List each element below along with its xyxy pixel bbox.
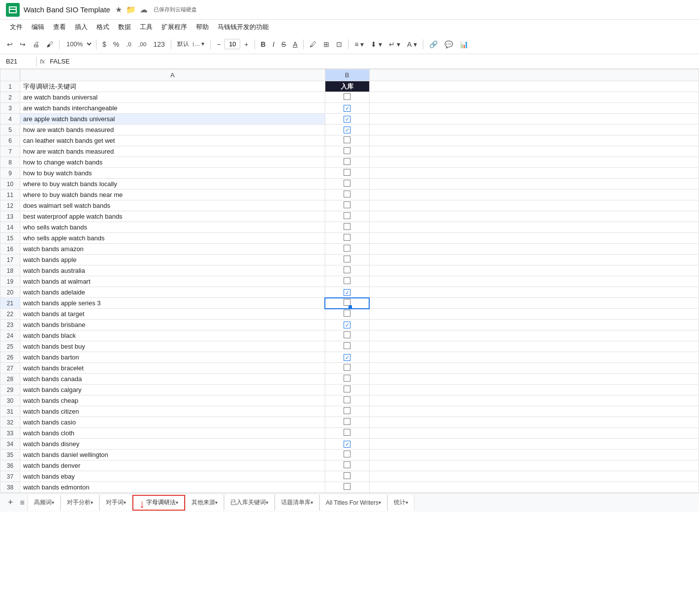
checkbox-unchecked[interactable]	[344, 472, 350, 479]
chart-button[interactable]: 📊	[457, 38, 471, 50]
keyword-cell[interactable]: are watch bands universal	[20, 92, 325, 103]
checkbox-cell[interactable]	[325, 200, 369, 211]
checkbox-unchecked[interactable]	[344, 407, 350, 414]
cloud-icon[interactable]: ☁	[140, 5, 148, 14]
italic-button[interactable]: I	[270, 38, 278, 50]
align-button[interactable]: ≡ ▾	[351, 38, 367, 50]
checkbox-cell[interactable]	[325, 114, 369, 125]
keyword-cell[interactable]: watch bands barton	[20, 352, 325, 363]
currency-button[interactable]: $	[99, 38, 109, 50]
star-icon[interactable]: ★	[115, 5, 122, 14]
borders-button[interactable]: ⊞	[320, 38, 332, 50]
checkbox-cell[interactable]	[325, 179, 369, 190]
fill-color-button[interactable]: 🖊	[307, 38, 319, 50]
keyword-cell[interactable]: where to buy watch bands locally	[20, 179, 325, 190]
keyword-cell[interactable]: where to buy watch bands near me	[20, 190, 325, 200]
checkbox-cell[interactable]	[325, 341, 369, 352]
checkbox-cell[interactable]	[325, 363, 369, 374]
zoom-select[interactable]: 100%	[63, 38, 93, 50]
checkbox-unchecked[interactable]	[344, 256, 350, 262]
keyword-cell[interactable]: watch bands adelaide	[20, 287, 325, 298]
tab-gaopinci[interactable]: 高频词 ▾	[28, 495, 61, 511]
checkbox-checked[interactable]	[344, 127, 350, 133]
menu-edit[interactable]: 编辑	[28, 21, 48, 33]
checkbox-cell[interactable]	[325, 92, 369, 103]
keyword-cell[interactable]: watch bands ebay	[20, 471, 325, 482]
col-c-header[interactable]	[369, 69, 699, 81]
checkbox-unchecked[interactable]	[344, 223, 350, 230]
keyword-cell[interactable]: watch bands amazon	[20, 244, 325, 255]
tab-stored-keywords[interactable]: 已入库关键词 ▾	[224, 495, 275, 511]
checkbox-cell[interactable]	[325, 298, 369, 309]
keyword-cell[interactable]: watch bands disney	[20, 439, 325, 450]
checkbox-cell[interactable]	[325, 135, 369, 146]
keyword-cell[interactable]: watch bands casio	[20, 417, 325, 428]
keyword-cell[interactable]: watch bands best buy	[20, 341, 325, 352]
keyword-cell[interactable]: watch bands cloth	[20, 428, 325, 439]
checkbox-checked[interactable]	[344, 354, 350, 361]
checkbox-cell[interactable]	[325, 395, 369, 406]
checkbox-cell[interactable]	[325, 125, 369, 135]
checkbox-checked[interactable]	[344, 289, 350, 296]
checkbox-cell[interactable]	[325, 482, 369, 493]
sheet-menu-button[interactable]: ≡	[17, 498, 28, 507]
checkbox-checked[interactable]	[344, 322, 350, 328]
menu-file[interactable]: 文件	[6, 21, 27, 33]
sheet-area[interactable]: A B 1 字母调研法-关键词 入库 2are watch bands univ…	[0, 69, 699, 493]
checkbox-cell[interactable]	[325, 374, 369, 385]
checkbox-cell[interactable]	[325, 385, 369, 395]
font-size-decrease[interactable]: −	[214, 38, 223, 50]
checkbox-unchecked[interactable]	[344, 310, 350, 317]
checkbox-unchecked[interactable]	[344, 266, 350, 273]
menu-extensions[interactable]: 扩展程序	[158, 21, 191, 33]
keyword-cell[interactable]: watch bands at walmart	[20, 276, 325, 287]
tab-other-sources[interactable]: 其他来源 ▾	[185, 495, 224, 511]
formula-input[interactable]: FALSE	[48, 57, 695, 66]
checkbox-cell[interactable]	[325, 450, 369, 460]
valign-button[interactable]: ⬇ ▾	[368, 38, 385, 50]
keyword-cell[interactable]: watch bands cheap	[20, 395, 325, 406]
checkbox-cell[interactable]	[325, 320, 369, 330]
cell-reference-input[interactable]: B21	[4, 57, 33, 66]
menu-tools[interactable]: 工具	[136, 21, 157, 33]
tab-zimu[interactable]: ↓ 字母调研法 ▾	[132, 495, 185, 511]
keyword-cell[interactable]: watch bands apple series 3	[20, 298, 325, 309]
col-b-header[interactable]: B	[325, 69, 369, 81]
keyword-cell[interactable]: who sells watch bands	[20, 222, 325, 233]
keyword-cell[interactable]: how are watch bands measured	[20, 146, 325, 157]
add-sheet-button[interactable]: +	[4, 497, 17, 508]
keyword-cell[interactable]: how are watch bands measured	[20, 125, 325, 135]
keyword-cell[interactable]: watch bands apple	[20, 255, 325, 265]
checkbox-cell[interactable]	[325, 428, 369, 439]
keyword-cell[interactable]: watch bands calgary	[20, 385, 325, 395]
font-size-increase[interactable]: +	[241, 38, 251, 50]
keyword-cell[interactable]: watch bands denver	[20, 460, 325, 471]
checkbox-cell[interactable]	[325, 276, 369, 287]
decimal-inc-button[interactable]: .00	[135, 38, 150, 50]
keyword-cell[interactable]: who sells apple watch bands	[20, 233, 325, 244]
checkbox-cell[interactable]	[325, 211, 369, 222]
menu-view[interactable]: 查看	[49, 21, 70, 33]
checkbox-unchecked[interactable]	[344, 396, 350, 403]
checkbox-cell[interactable]	[325, 471, 369, 482]
decimal-dec-button[interactable]: .0	[123, 38, 134, 50]
checkbox-cell[interactable]	[325, 309, 369, 320]
bold-button[interactable]: B	[258, 38, 269, 50]
redo-button[interactable]: ↪	[17, 38, 29, 50]
checkbox-cell[interactable]	[325, 460, 369, 471]
keyword-cell[interactable]: does walmart sell watch bands	[20, 200, 325, 211]
checkbox-cell[interactable]	[325, 406, 369, 417]
keyword-cell[interactable]: are apple watch bands universal	[20, 114, 325, 125]
checkbox-checked[interactable]	[344, 116, 350, 123]
checkbox-unchecked[interactable]	[344, 483, 350, 490]
menu-help[interactable]: 帮助	[192, 21, 213, 33]
checkbox-unchecked[interactable]	[344, 299, 350, 306]
percent-button[interactable]: %	[110, 38, 122, 50]
undo-button[interactable]: ↩	[4, 38, 16, 50]
checkbox-checked[interactable]	[344, 105, 350, 112]
paint-format-button[interactable]: 🖌	[43, 38, 56, 50]
checkbox-cell[interactable]	[325, 146, 369, 157]
keyword-cell[interactable]: how to buy watch bands	[20, 168, 325, 179]
font-size-input[interactable]	[224, 39, 240, 49]
checkbox-cell[interactable]	[325, 233, 369, 244]
